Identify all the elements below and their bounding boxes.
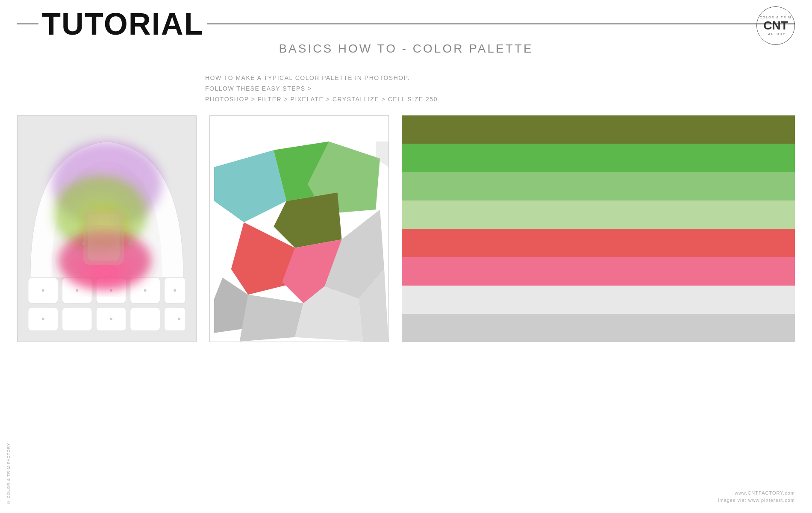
color-palette: [402, 115, 795, 342]
svg-rect-10: [164, 307, 185, 331]
page-title: TUTORIAL: [42, 9, 204, 39]
subtitle: BASICS HOW TO - COLOR PALETTE: [17, 42, 795, 56]
swatch-5: [402, 229, 795, 257]
crystal-illustration: [210, 116, 388, 342]
shoe-illustration: [18, 116, 196, 342]
svg-point-15: [174, 289, 176, 292]
swatch-3: [402, 172, 795, 200]
svg-rect-7: [62, 307, 92, 331]
swatch-7: [402, 286, 795, 314]
swatch-4: [402, 200, 795, 229]
svg-point-12: [76, 289, 78, 292]
swatch-2: [402, 144, 795, 172]
svg-point-16: [42, 318, 44, 320]
svg-point-11: [42, 289, 44, 292]
instructions: HOW TO MAKE A TYPICAL COLOR PALETTE IN P…: [205, 73, 438, 105]
crystal-image-box: [209, 115, 389, 342]
footer-right: www.CNTFACTORY.com images via: www.pinte…: [718, 489, 795, 504]
shoe-image-box: [17, 115, 197, 342]
svg-rect-9: [130, 307, 160, 331]
swatch-8: [402, 314, 795, 342]
svg-point-18: [178, 318, 180, 320]
title-line-left: [17, 24, 38, 24]
footer-source: images via: www.pinterest.com: [718, 497, 795, 504]
footer-website: www.CNTFACTORY.com: [718, 489, 795, 497]
footer-left: © COLOR & TRIM FACTORY: [6, 443, 11, 504]
svg-rect-25: [88, 214, 120, 260]
svg-point-26: [82, 242, 85, 245]
svg-point-17: [110, 318, 112, 320]
title-line-right: [207, 24, 795, 24]
instruction-line1: HOW TO MAKE A TYPICAL COLOR PALETTE IN P…: [205, 73, 438, 83]
swatch-1: [402, 115, 795, 144]
svg-point-27: [129, 242, 132, 245]
header: TUTORIAL BASICS HOW TO - COLOR PALETTE: [17, 9, 795, 56]
instruction-line3: PHOTOSHOP > FILTER > PIXELATE > CRYSTALL…: [205, 94, 438, 105]
svg-point-14: [144, 289, 147, 292]
images-section: [17, 115, 795, 342]
swatch-6: [402, 257, 795, 285]
instruction-line2: FOLLOW THESE EASY STEPS >: [205, 83, 438, 94]
